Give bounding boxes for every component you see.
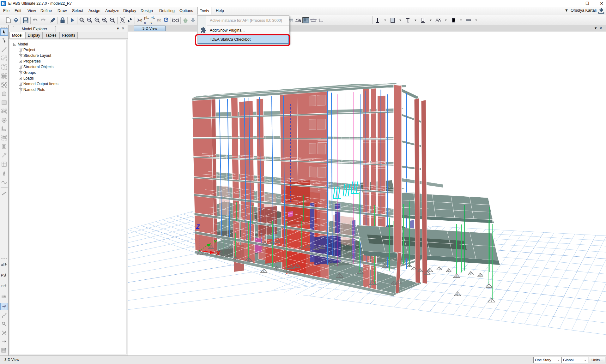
svg-text:Z: Z: [196, 223, 200, 230]
svg-text:clr: clr: [1, 284, 5, 288]
svg-text:all: all: [1, 263, 4, 266]
svg-text:x: x: [5, 347, 6, 350]
svg-text:PS: PS: [1, 273, 6, 277]
svg-text:X: X: [216, 250, 221, 257]
